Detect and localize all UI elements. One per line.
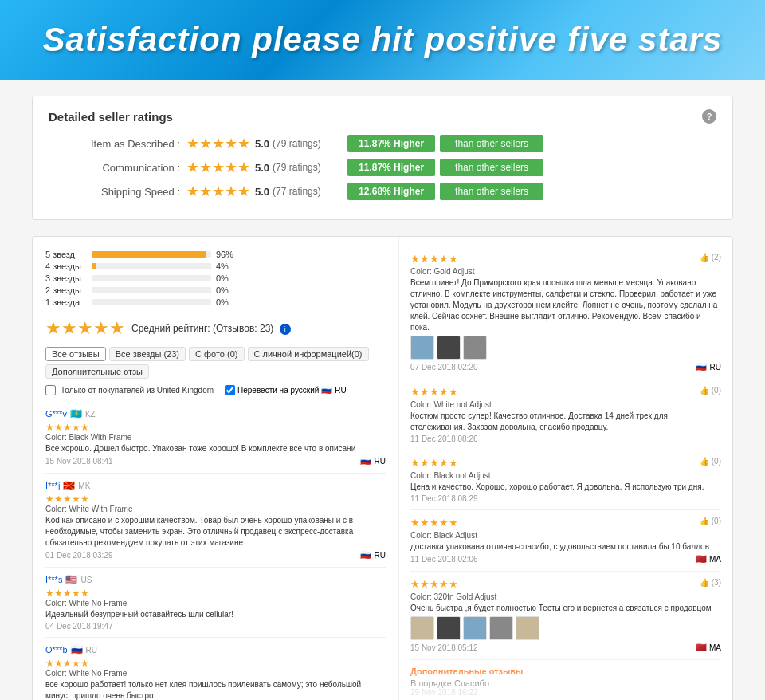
right-flag: 🇷🇺 RU xyxy=(696,362,721,372)
star-icon: ★ xyxy=(237,135,250,152)
translate-checkbox[interactable] xyxy=(225,385,235,395)
right-stars: ★★★★★ xyxy=(410,457,458,469)
star-dist-row: 3 звезды 0% xyxy=(45,273,386,283)
reviewer-name: G***v xyxy=(45,409,67,419)
right-text: Цена и качество. Хорошо, хорошо работает… xyxy=(410,482,721,493)
reviewer-flag: 🇰🇿 xyxy=(70,408,82,419)
right-panel-inner: ★★★★★ 👍 (2) Color: Gold Adjust Всем прив… xyxy=(410,246,721,700)
right-stars: ★★★★★ xyxy=(410,517,458,529)
review-color: Color: White No Frame xyxy=(45,599,386,608)
right-text: доставка упакована отлично-спасибо, с уд… xyxy=(410,541,721,553)
star-dist-bar-bg xyxy=(92,251,211,258)
review-stars: ★★★★★ xyxy=(45,588,386,599)
star-dist-bar-fill xyxy=(92,263,96,269)
right-review-item: ★★★★★ 👍 (0) Color: Black Adjust доставка… xyxy=(410,510,721,572)
reviewer-country: RU xyxy=(86,646,97,655)
right-review-item: ★★★★★ 👍 (0) Color: Black not Adjust Цена… xyxy=(410,450,721,510)
additional-btn[interactable]: Дополнительные отзы xyxy=(45,364,149,379)
additional-date: 29 Nov 2018 16:22 xyxy=(410,688,721,697)
star-dist-row: 4 звезды 4% xyxy=(45,262,386,271)
star-dist-pct: 0% xyxy=(216,297,236,307)
overall-text: Средний рейтинг: (Отзывов: 23) i xyxy=(131,323,291,335)
right-flag: 🇲🇦 MA xyxy=(696,643,721,653)
left-reviews-list: G***v 🇰🇿 KZ ★★★★★ Color: Black With Fram… xyxy=(45,402,386,700)
review-header: ★★★★★ 👍 (0) xyxy=(410,386,721,398)
review-header: ★★★★★ 👍 (0) xyxy=(410,457,721,469)
post-flag: 🇷🇺 RU xyxy=(360,550,386,560)
star-dist-pct: 0% xyxy=(216,273,236,283)
other-sellers-badge: than other sellers xyxy=(440,135,543,152)
reviewer-country: US xyxy=(80,576,92,584)
right-date: 11 Dec 2018 02:06 xyxy=(410,555,478,564)
filter-bar: Все отзывы Все звезды (23) С фото (0) С … xyxy=(45,347,386,379)
info-icon[interactable]: i xyxy=(280,324,291,335)
thumb-images xyxy=(410,336,721,360)
review-color: Color: White With Frame xyxy=(45,505,386,513)
reviewer-country: KZ xyxy=(85,410,96,419)
right-color: Color: 320fn Gold Adjust xyxy=(410,592,721,601)
star-dist-pct: 0% xyxy=(216,285,236,295)
star-icon: ★ xyxy=(225,183,237,200)
star-dist-bar-bg xyxy=(92,287,211,293)
right-stars: ★★★★★ xyxy=(410,253,458,265)
reviewer-flag: 🇷🇺 xyxy=(71,644,83,655)
star-icon: ★ xyxy=(199,135,212,152)
with-info-btn[interactable]: С личной информацией(0) xyxy=(248,347,369,361)
right-color: Color: White not Adjust xyxy=(410,400,721,409)
right-panel: ★★★★★ 👍 (2) Color: Gold Adjust Всем прив… xyxy=(399,237,732,700)
right-thumbs: 👍 (0) xyxy=(700,386,721,395)
main-content: Detailed seller ratings ? Item as Descri… xyxy=(0,80,765,700)
star-dist-bar-bg xyxy=(92,299,211,305)
star-dist-label: 3 звезды xyxy=(45,273,87,283)
right-thumbs: 👍 (0) xyxy=(700,457,721,466)
review-header: ★★★★★ 👍 (2) xyxy=(410,253,721,265)
star-distribution: 5 звезд 96% 4 звезды 4% 3 звезды 0% 2 зв… xyxy=(45,250,386,307)
review-stars: ★★★★★ xyxy=(45,658,386,669)
help-icon[interactable]: ? xyxy=(702,109,716,124)
right-review-item: ★★★★★ 👍 (0) Color: White not Adjust Кост… xyxy=(410,379,721,450)
review-text: Kod как описано и с хорошим качеством. Т… xyxy=(45,515,386,549)
rating-stars: ★★★★★ xyxy=(186,183,250,200)
thumb-img xyxy=(463,336,487,360)
thumb-img xyxy=(463,616,487,640)
rating-count: (79 ratings) xyxy=(273,138,336,149)
thumb-img xyxy=(410,336,434,360)
star-icon: ★ xyxy=(225,135,237,152)
star-dist-bar-fill xyxy=(92,251,206,258)
right-date: 07 Dec 2018 02:20 xyxy=(410,363,478,372)
review-date: 01 Dec 2018 03:29 xyxy=(45,551,113,560)
higher-badge: 11.87% Higher xyxy=(347,159,435,176)
star-dist-row: 5 звезд 96% xyxy=(45,250,386,259)
higher-badge: 12.68% Higher xyxy=(347,183,435,200)
other-sellers-badge: than other sellers xyxy=(440,159,543,176)
star-dist-pct: 4% xyxy=(216,262,236,271)
header-banner: Satisfaction please hit positive five st… xyxy=(0,0,765,80)
all-reviews-btn[interactable]: Все отзывы xyxy=(45,347,106,361)
with-photo-btn[interactable]: С фото (0) xyxy=(189,347,244,361)
ratings-card-title: Detailed seller ratings ? xyxy=(49,109,716,124)
overall-stars: ★★★★★ xyxy=(45,318,125,339)
star-icon: ★ xyxy=(186,159,199,176)
rating-count: (77 ratings) xyxy=(273,186,336,197)
right-text: Всем привет! До Приморского края посылка… xyxy=(410,277,721,333)
right-stars: ★★★★★ xyxy=(410,386,458,398)
left-review-item: I***s 🇺🇸 US ★★★★★ Color: White No Frame … xyxy=(45,568,386,638)
only-from-checkbox[interactable] xyxy=(45,385,56,395)
rating-label: Communication : xyxy=(49,162,180,174)
secondary-filter-bar: Только от покупателей из United Kingdom … xyxy=(45,385,386,395)
right-text: Очень быстра ,я будет полностью Тесты ег… xyxy=(410,603,721,614)
review-color: Color: Black With Frame xyxy=(45,433,386,442)
right-reviews-list: ★★★★★ 👍 (2) Color: Gold Adjust Всем прив… xyxy=(410,246,721,700)
rating-score: 5.0 xyxy=(255,138,269,150)
rating-row: Communication : ★★★★★ 5.0 (79 ratings) 1… xyxy=(49,159,716,176)
all-stars-btn[interactable]: Все звезды (23) xyxy=(109,347,186,361)
star-icon: ★ xyxy=(212,183,225,200)
rating-count: (79 ratings) xyxy=(273,162,336,173)
rating-row: Item as Described : ★★★★★ 5.0 (79 rating… xyxy=(49,135,716,152)
reviewer-name: O***b xyxy=(45,645,68,655)
review-date: 04 Dec 2018 19:47 xyxy=(45,622,113,631)
left-review-item: I***j 🇲🇰 MK ★★★★★ Color: White With Fram… xyxy=(45,474,386,568)
thumb-img xyxy=(489,616,513,640)
star-icon: ★ xyxy=(199,159,212,176)
star-dist-bar-bg xyxy=(92,263,211,269)
